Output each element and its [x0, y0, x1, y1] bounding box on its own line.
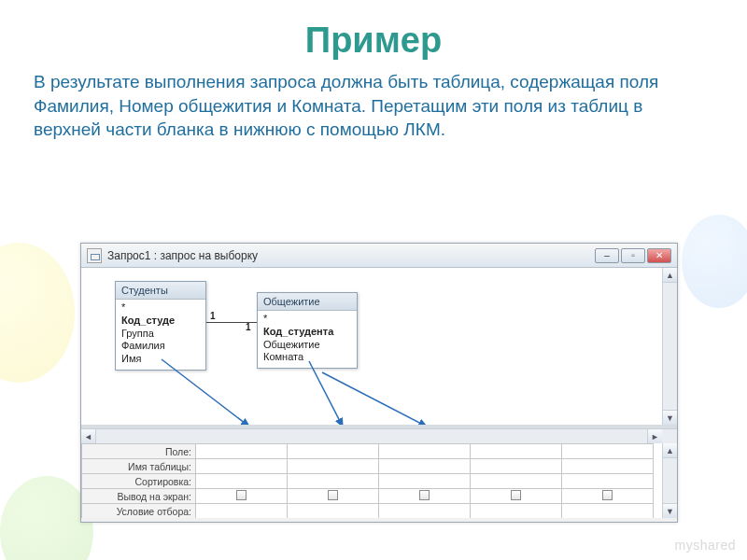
svg-line-1 — [309, 361, 343, 427]
relations-vscrollbar[interactable]: ▲ ▼ — [662, 268, 677, 425]
grid-cell[interactable] — [562, 504, 654, 519]
grid-row-sort: Сортировка: — [82, 474, 654, 489]
minimize-button[interactable]: – — [595, 248, 619, 263]
grid-cell[interactable] — [471, 459, 562, 474]
field-item[interactable]: Комната — [263, 351, 351, 364]
row-label-table: Имя таблицы: — [82, 459, 196, 474]
decoration-balloon — [0, 476, 93, 560]
decoration-balloon — [0, 243, 75, 383]
window-title: Запрос1 : запрос на выборку — [107, 249, 258, 262]
grid-row-table: Имя таблицы: — [82, 459, 654, 474]
grid-cell[interactable] — [288, 444, 379, 459]
checkbox-icon[interactable] — [328, 490, 338, 500]
row-label-sort: Сортировка: — [82, 474, 196, 489]
grid-checkbox[interactable] — [288, 489, 379, 504]
scroll-up-icon[interactable]: ▲ — [663, 443, 677, 458]
grid-cell[interactable] — [379, 444, 471, 459]
checkbox-icon[interactable] — [419, 490, 430, 500]
field-item[interactable]: Общежитие — [263, 339, 351, 352]
maximize-button[interactable]: ▫ — [621, 248, 645, 263]
field-star[interactable]: * — [121, 301, 200, 315]
grid-cell[interactable] — [196, 504, 288, 519]
table-students[interactable]: Студенты * Код_студе Группа Фамилия Имя — [115, 281, 206, 371]
scroll-down-icon[interactable]: ▼ — [663, 503, 677, 518]
grid-cell[interactable] — [379, 504, 471, 519]
grid-row-field: Поле: — [82, 444, 654, 459]
relations-pane[interactable]: Студенты * Код_студе Группа Фамилия Имя … — [81, 268, 677, 428]
decoration-balloon — [682, 215, 747, 308]
grid-checkbox[interactable] — [196, 489, 288, 504]
scroll-left-icon[interactable]: ◄ — [81, 429, 96, 443]
field-item[interactable]: Имя — [121, 353, 200, 366]
grid-checkbox[interactable] — [562, 489, 654, 504]
relation-cardinality-right: 1 — [246, 322, 251, 332]
grid-cell[interactable] — [562, 444, 654, 459]
field-item[interactable]: Группа — [121, 328, 200, 341]
relations-hscrollbar[interactable]: ◄ ► — [81, 428, 677, 443]
grid-cell[interactable] — [288, 459, 379, 474]
grid-cell[interactable] — [471, 444, 562, 459]
checkbox-icon[interactable] — [236, 490, 247, 500]
field-star[interactable]: * — [263, 313, 351, 326]
close-button[interactable]: ✕ — [647, 248, 671, 263]
scroll-right-icon[interactable]: ► — [647, 429, 662, 443]
grid-vscrollbar[interactable]: ▲ ▼ — [662, 443, 677, 518]
grid-row-criteria: Условие отбора: — [82, 504, 654, 519]
query-design-window: Запрос1 : запрос на выборку – ▫ ✕ Студен… — [80, 243, 678, 523]
grid-cell[interactable] — [288, 504, 379, 519]
qbe-table[interactable]: Поле: Имя таблицы: Сортировка: — [81, 443, 654, 518]
row-label-field: Поле: — [82, 444, 196, 459]
qbe-grid[interactable]: Поле: Имя таблицы: Сортировка: — [81, 443, 677, 518]
grid-cell[interactable] — [196, 459, 288, 474]
window-icon — [87, 248, 102, 263]
scroll-up-icon[interactable]: ▲ — [663, 268, 677, 283]
field-pk[interactable]: Код_студе — [121, 315, 200, 328]
grid-cell[interactable] — [379, 474, 471, 489]
svg-line-2 — [322, 372, 427, 427]
row-label-criteria: Условие отбора: — [82, 504, 196, 519]
grid-checkbox[interactable] — [471, 489, 562, 504]
slide-title: Пример — [0, 0, 747, 70]
checkbox-icon[interactable] — [602, 490, 613, 500]
slide-body-text: В результате выполнения запроса должна б… — [0, 70, 747, 142]
grid-cell[interactable] — [196, 474, 288, 489]
grid-checkbox[interactable] — [379, 489, 471, 504]
row-label-show: Вывод на экран: — [82, 489, 196, 504]
grid-cell[interactable] — [562, 459, 654, 474]
window-titlebar[interactable]: Запрос1 : запрос на выборку – ▫ ✕ — [81, 244, 677, 268]
field-pk[interactable]: Код_студента — [263, 326, 351, 339]
checkbox-icon[interactable] — [511, 490, 521, 500]
table-dorm[interactable]: Общежитие * Код_студента Общежитие Комна… — [257, 292, 358, 369]
watermark: myshared — [675, 538, 736, 553]
grid-cell[interactable] — [379, 459, 471, 474]
grid-row-show: Вывод на экран: — [82, 489, 654, 504]
table-header[interactable]: Студенты — [116, 282, 205, 300]
scroll-down-icon[interactable]: ▼ — [663, 410, 677, 425]
grid-cell[interactable] — [471, 474, 562, 489]
field-item[interactable]: Фамилия — [121, 340, 200, 353]
grid-cell[interactable] — [288, 474, 379, 489]
grid-cell[interactable] — [471, 504, 562, 519]
table-header[interactable]: Общежитие — [258, 293, 357, 311]
grid-cell[interactable] — [562, 474, 654, 489]
relation-cardinality-left: 1 — [210, 311, 216, 321]
grid-cell[interactable] — [196, 444, 288, 459]
